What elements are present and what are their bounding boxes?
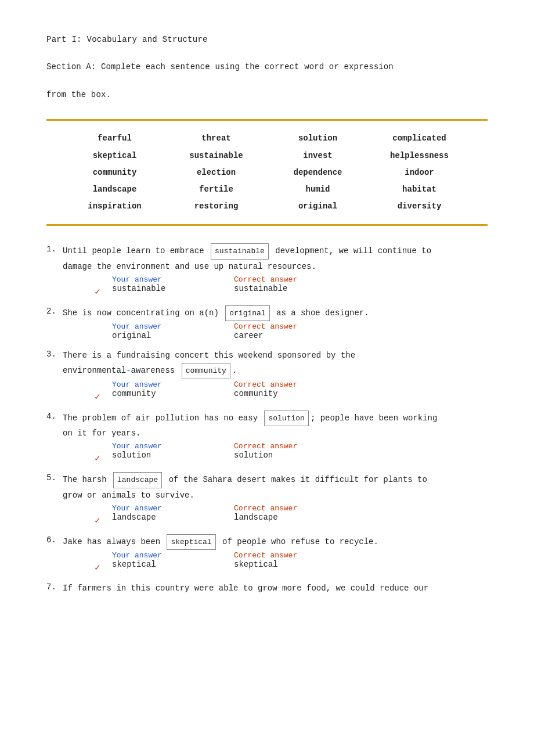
q3-your-value: community: [112, 389, 234, 398]
word-inspiration: inspiration: [64, 199, 165, 214]
q2-answer-block: Your answer original Correct answer care…: [63, 322, 488, 340]
q5-your-col: Your answer landscape: [112, 504, 234, 522]
q6-correct-value: skeptical: [234, 560, 356, 569]
q3-checkmark: ✓: [95, 392, 100, 402]
q1-correct-col: Correct answer sustainable: [234, 275, 356, 293]
q1-correct-label: Correct answer: [234, 275, 356, 284]
word-habitat: habitat: [369, 182, 470, 197]
q1-correct-value: sustainable: [234, 284, 356, 293]
q6-correct-label: Correct answer: [234, 551, 356, 560]
q2-inline-box: original: [225, 305, 269, 321]
question-5: 5. The harsh landscape of the Sahara des…: [46, 472, 488, 530]
q3-your-col: Your answer community: [112, 380, 234, 398]
q5-sentence: The harsh landscape of the Sahara desert…: [63, 472, 488, 503]
word-threat: threat: [165, 131, 267, 146]
q1-answer-section: ✓ Your answer sustainable Correct answer…: [95, 275, 356, 297]
questions-list: 1. Until people learn to embrace sustain…: [46, 243, 488, 596]
q1-check-col: ✓: [95, 275, 112, 297]
q2-number: 2.: [46, 305, 63, 316]
q6-sentence: Jake has always been skeptical of people…: [63, 534, 488, 550]
q2-correct-col: Correct answer career: [234, 322, 356, 340]
word-invest: invest: [267, 149, 369, 163]
question-3: 3. There is a fundraising concert this w…: [46, 348, 488, 406]
q7-body: If farmers in this country were able to …: [63, 581, 488, 596]
q6-answer-block: ✓ Your answer skeptical Correct answer s…: [63, 551, 488, 573]
q4-inline-box: solution: [264, 411, 308, 426]
q5-inline-box: landscape: [113, 472, 162, 488]
q1-sentence: Until people learn to embrace sustainabl…: [63, 243, 488, 274]
word-box: fearful threat solution complicated skep…: [46, 119, 488, 226]
q5-body: The harsh landscape of the Sahara desert…: [63, 472, 488, 530]
q5-answer-block: ✓ Your answer landscape Correct answer l…: [63, 504, 488, 526]
q1-number: 1.: [46, 243, 63, 254]
q4-correct-col: Correct answer solution: [234, 442, 356, 460]
word-landscape: landscape: [64, 182, 165, 197]
word-diversity: diversity: [369, 199, 470, 214]
q4-number: 4.: [46, 411, 63, 421]
q4-answer-section: ✓ Your answer solution Correct answer so…: [95, 442, 356, 464]
q3-sentence: There is a fundraising concert this week…: [63, 348, 488, 379]
q3-your-label: Your answer: [112, 380, 234, 389]
q3-number: 3.: [46, 348, 63, 359]
q5-checkmark: ✓: [95, 516, 100, 526]
q6-correct-col: Correct answer skeptical: [234, 551, 356, 569]
q2-your-col: Your answer original: [112, 322, 234, 340]
question-4: 4. The problem of air pollution has no e…: [46, 411, 488, 468]
q5-check-col: ✓: [95, 504, 112, 526]
q6-body: Jake has always been skeptical of people…: [63, 534, 488, 577]
word-humid: humid: [267, 182, 369, 197]
word-indoor: indoor: [369, 165, 470, 180]
q5-answer-section: ✓ Your answer landscape Correct answer l…: [95, 504, 356, 526]
q4-correct-value: solution: [234, 451, 356, 460]
q3-correct-value: community: [234, 389, 356, 398]
q5-correct-label: Correct answer: [234, 504, 356, 513]
q1-your-col: Your answer sustainable: [112, 275, 234, 293]
part-title: Part I: Vocabulary and Structure: [46, 35, 488, 44]
q2-body: She is now concentrating on a(n) origina…: [63, 305, 488, 344]
section-title: Section A: Complete each sentence using …: [46, 60, 488, 102]
q1-checkmark: ✓: [95, 287, 100, 297]
q4-check-col: ✓: [95, 442, 112, 464]
q6-your-col: Your answer skeptical: [112, 551, 234, 569]
q3-inline-box: community: [182, 363, 230, 379]
q5-correct-col: Correct answer landscape: [234, 504, 356, 522]
q6-checkmark: ✓: [95, 563, 100, 573]
q1-your-label: Your answer: [112, 275, 234, 284]
q3-answer-section: ✓ Your answer community Correct answer c…: [95, 380, 356, 402]
question-2: 2. She is now concentrating on a(n) orig…: [46, 305, 488, 344]
word-original: original: [267, 199, 369, 214]
q5-correct-value: landscape: [234, 513, 356, 522]
word-restoring: restoring: [165, 199, 267, 214]
q5-your-label: Your answer: [112, 504, 234, 513]
q2-correct-label: Correct answer: [234, 322, 356, 331]
q2-answer-section: Your answer original Correct answer care…: [95, 322, 356, 340]
word-sustainable: sustainable: [165, 149, 267, 163]
word-solution: solution: [267, 131, 369, 146]
q6-your-label: Your answer: [112, 551, 234, 560]
question-6: 6. Jake has always been skeptical of peo…: [46, 534, 488, 577]
word-community: community: [64, 165, 165, 180]
question-7: 7. If farmers in this country were able …: [46, 581, 488, 596]
question-1: 1. Until people learn to embrace sustain…: [46, 243, 488, 301]
q2-check-col: [95, 322, 112, 333]
q5-number: 5.: [46, 472, 63, 483]
q4-sentence: The problem of air pollution has no easy…: [63, 411, 488, 441]
q6-number: 6.: [46, 534, 63, 545]
word-complicated: complicated: [369, 131, 470, 146]
q6-answer-section: ✓ Your answer skeptical Correct answer s…: [95, 551, 356, 573]
q3-body: There is a fundraising concert this week…: [63, 348, 488, 406]
q1-body: Until people learn to embrace sustainabl…: [63, 243, 488, 301]
word-dependence: dependence: [267, 165, 369, 180]
word-election: election: [165, 165, 267, 180]
q4-checkmark: ✓: [95, 453, 100, 464]
q6-inline-box: skeptical: [167, 534, 215, 550]
word-helplessness: helplessness: [369, 149, 470, 163]
q7-sentence: If farmers in this country were able to …: [63, 581, 488, 596]
q4-your-value: solution: [112, 451, 234, 460]
q1-answer-block: ✓ Your answer sustainable Correct answer…: [63, 275, 488, 297]
q1-your-value: sustainable: [112, 284, 234, 293]
q4-body: The problem of air pollution has no easy…: [63, 411, 488, 468]
q4-your-col: Your answer solution: [112, 442, 234, 460]
word-fearful: fearful: [64, 131, 165, 146]
word-fertile: fertile: [165, 182, 267, 197]
